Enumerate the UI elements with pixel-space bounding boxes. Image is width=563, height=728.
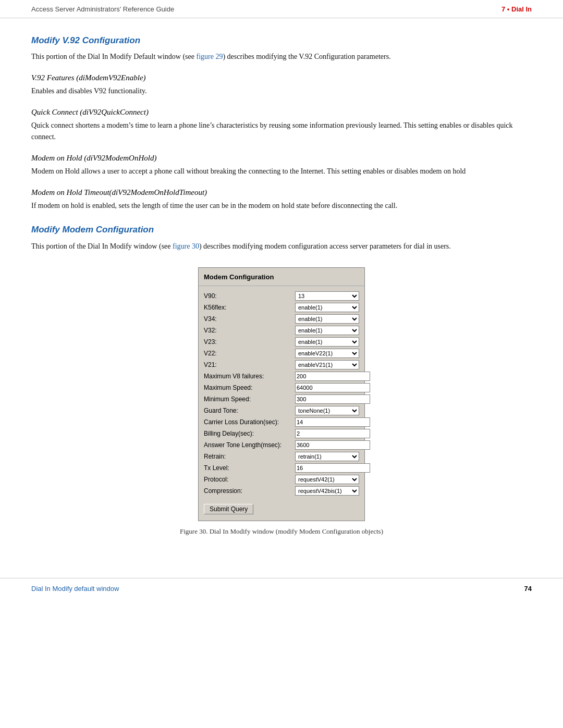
form-select-4[interactable]: enable(1) [295, 337, 359, 347]
form-row: Retrain:retrain(1) [204, 452, 359, 461]
quick-connect-body: Quick connect shortens a modem’s time to… [31, 120, 532, 142]
modem-on-hold-timeout-heading: Modem on Hold Timeout(diV92ModemOnHoldTi… [31, 187, 532, 199]
v92-features-body: Enables and disables V92 functionality. [31, 85, 532, 97]
header-left: Access Server Administrators' Reference … [31, 4, 174, 15]
form-label-1: K56flex: [204, 303, 295, 312]
form-label-7: Maximum V8 failures: [204, 372, 295, 381]
form-label-0: V90: [204, 291, 295, 301]
form-row: Answer Tone Length(msec): [204, 440, 359, 450]
form-label-9: Minimum Speed: [204, 394, 295, 404]
form-row: V23:enable(1) [204, 337, 359, 347]
form-row: V90:13 [204, 291, 359, 301]
quick-connect-heading: Quick Connect (diV92QuickConnect) [31, 106, 532, 118]
main-content: Modify V.92 Configuration This portion o… [0, 18, 563, 568]
modem-config-section: Modify Modem Configuration This portion … [31, 223, 532, 252]
modem-on-hold-heading: Modem on Hold (diV92ModemOnHold) [31, 152, 532, 164]
form-label-8: Maximum Speed: [204, 383, 295, 392]
form-input-8[interactable] [295, 383, 370, 392]
figure30-link[interactable]: figure 30 [173, 242, 199, 250]
modem-on-hold-timeout-subsection: Modem on Hold Timeout(diV92ModemOnHoldTi… [31, 187, 532, 212]
footer-bar: Dial In Modify default window 74 [0, 578, 563, 599]
form-select-0[interactable]: 13 [295, 291, 359, 301]
form-select-16[interactable]: requestV42(1) [295, 475, 359, 484]
form-select-10[interactable]: toneNone(1) [295, 406, 359, 415]
form-label-13: Answer Tone Length(msec): [204, 440, 295, 450]
header-right: 7 • Dial In [501, 4, 532, 15]
modem-config-heading: Modify Modem Configuration [31, 223, 532, 237]
form-select-5[interactable]: enableV22(1) [295, 349, 359, 358]
form-label-2: V34: [204, 314, 295, 324]
v92-section-heading: Modify V.92 Configuration [31, 34, 532, 47]
dialog-title: Modem Configuration [199, 268, 364, 286]
form-select-3[interactable]: enable(1) [295, 326, 359, 335]
form-row: Guard Tone:toneNone(1) [204, 406, 359, 415]
v92-features-subsection: V.92 Features (diModemV92Enable) Enables… [31, 72, 532, 97]
form-select-17[interactable]: requestV42bis(1) [295, 486, 359, 496]
form-row: Maximum V8 failures: [204, 372, 359, 381]
form-label-4: V23: [204, 337, 295, 347]
v92-section: Modify V.92 Configuration This portion o… [31, 34, 532, 212]
form-label-3: V32: [204, 326, 295, 335]
form-input-15[interactable] [295, 463, 370, 473]
form-row: V34:enable(1) [204, 314, 359, 324]
form-row: V21:enableV21(1) [204, 360, 359, 369]
form-label-17: Compression: [204, 486, 295, 496]
header-bar: Access Server Administrators' Reference … [0, 0, 563, 18]
figure-caption: Figure 30. Dial In Modify window (modify… [180, 526, 383, 537]
footer-left: Dial In Modify default window [31, 584, 119, 594]
figure29-link[interactable]: figure 29 [197, 53, 223, 60]
submit-query-button[interactable]: Submit Query [204, 504, 253, 514]
form-row: Compression:requestV42bis(1) [204, 486, 359, 496]
form-row: Protocol:requestV42(1) [204, 475, 359, 484]
form-label-12: Billing Delay(sec): [204, 429, 295, 438]
form-input-7[interactable] [295, 372, 370, 381]
figure-container: Modem Configuration V90:13K56flex:enable… [31, 267, 532, 536]
submit-button-row: Submit Query [204, 500, 359, 514]
v92-features-heading: V.92 Features (diModemV92Enable) [31, 72, 532, 84]
form-input-12[interactable] [295, 429, 370, 438]
modem-config-dialog: Modem Configuration V90:13K56flex:enable… [198, 267, 365, 521]
form-row: Minimum Speed: [204, 394, 359, 404]
form-row: K56flex:enable(1) [204, 303, 359, 312]
form-select-2[interactable]: enable(1) [295, 314, 359, 324]
form-label-16: Protocol: [204, 475, 295, 484]
modem-on-hold-timeout-body: If modem on hold is enabled, sets the le… [31, 200, 532, 212]
modem-config-intro: This portion of the Dial In Modify windo… [31, 241, 532, 252]
form-select-1[interactable]: enable(1) [295, 303, 359, 312]
form-input-9[interactable] [295, 394, 370, 404]
form-label-6: V21: [204, 360, 295, 369]
form-select-14[interactable]: retrain(1) [295, 452, 359, 461]
form-row: Billing Delay(sec): [204, 429, 359, 438]
form-row: Carrier Loss Duration(sec): [204, 417, 359, 427]
form-input-11[interactable] [295, 417, 370, 427]
dialog-content: V90:13K56flex:enable(1)V34:enable(1)V32:… [199, 286, 364, 521]
form-label-15: Tx Level: [204, 463, 295, 473]
form-row: Tx Level: [204, 463, 359, 473]
modem-on-hold-subsection: Modem on Hold (diV92ModemOnHold) Modem o… [31, 152, 532, 177]
form-label-5: V22: [204, 349, 295, 358]
page-container: Access Server Administrators' Reference … [0, 0, 563, 728]
form-label-14: Retrain: [204, 452, 295, 461]
quick-connect-subsection: Quick Connect (diV92QuickConnect) Quick … [31, 106, 532, 143]
modem-on-hold-body: Modem on Hold allows a user to accept a … [31, 166, 532, 177]
form-select-6[interactable]: enableV21(1) [295, 360, 359, 369]
form-input-13[interactable] [295, 440, 370, 450]
form-label-11: Carrier Loss Duration(sec): [204, 417, 295, 427]
form-row: Maximum Speed: [204, 383, 359, 392]
form-row: V22:enableV22(1) [204, 349, 359, 358]
v92-intro: This portion of the Dial In Modify Defau… [31, 51, 532, 63]
form-row: V32:enable(1) [204, 326, 359, 335]
footer-right: 74 [524, 584, 532, 594]
form-label-10: Guard Tone: [204, 406, 295, 415]
